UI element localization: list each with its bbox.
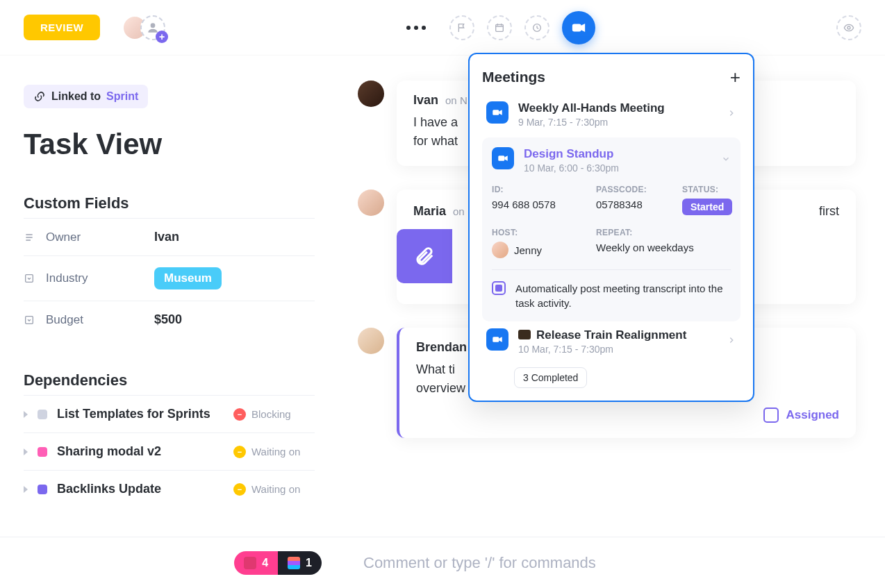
- auto-transcript-toggle[interactable]: Automatically post meeting transcript in…: [492, 269, 731, 310]
- video-icon: [486, 328, 508, 351]
- caret-right-icon: [24, 486, 28, 493]
- footer: 4 1 Comment or type '/' for commands: [0, 537, 885, 588]
- caret-right-icon: [24, 448, 28, 455]
- linked-prefix: Linked to: [51, 90, 101, 103]
- meetings-popover: Meetings + Weekly All-Hands Meeting 9 Ma…: [468, 53, 754, 402]
- checkbox-icon: [763, 408, 779, 423]
- svg-rect-8: [498, 156, 504, 161]
- custom-fields-heading: Custom Fields: [24, 194, 315, 212]
- assignee-avatar-group: +: [122, 15, 165, 40]
- minus-icon: −: [233, 483, 246, 496]
- meeting-name: Weekly All-Hands Meeting: [518, 101, 717, 115]
- comment-date: on N: [445, 94, 468, 106]
- video-icon: [486, 101, 508, 124]
- plus-icon: +: [156, 31, 168, 43]
- avatar: [358, 328, 384, 354]
- status-square-icon: [38, 410, 47, 419]
- add-assignee-button[interactable]: +: [140, 15, 165, 40]
- field-value[interactable]: Ivan: [154, 230, 179, 244]
- meeting-name: Release Train Realignment: [518, 328, 717, 342]
- completed-meetings-badge[interactable]: 3 Completed: [514, 367, 587, 388]
- meetings-heading: Meetings: [482, 69, 545, 85]
- checkbox-checked-icon: [492, 281, 506, 295]
- dependency-row[interactable]: Backlinks Update −Waiting on: [24, 470, 315, 507]
- svg-point-0: [151, 23, 156, 28]
- list-icon: [24, 232, 36, 243]
- dependency-status: Waiting on: [251, 446, 300, 457]
- host-avatar: [492, 242, 508, 258]
- meeting-host-value: Jenny: [514, 244, 542, 256]
- dropdown-icon: [24, 314, 36, 326]
- invision-icon: [244, 557, 256, 569]
- review-button[interactable]: REVIEW: [24, 15, 100, 40]
- field-label: Industry: [46, 271, 154, 285]
- comment-author: Ivan: [413, 93, 438, 108]
- field-budget: Budget $500: [24, 301, 315, 338]
- svg-rect-5: [26, 275, 33, 283]
- flag-icon[interactable]: [449, 15, 474, 40]
- field-industry: Industry Museum: [24, 255, 315, 301]
- status-square-icon: [38, 447, 47, 457]
- comment-input[interactable]: Comment or type '/' for commands: [338, 554, 885, 572]
- comment-author: Brendan: [416, 340, 467, 355]
- caret-right-icon: [24, 411, 28, 418]
- meeting-repeat-value: Weekly on weekdays: [596, 242, 732, 258]
- field-value-tag[interactable]: Museum: [154, 267, 222, 289]
- attachment-icon[interactable]: [397, 229, 452, 283]
- left-panel: Linked to Sprint Task View Custom Fields…: [0, 56, 338, 537]
- meeting-status-label: STATUS:: [682, 185, 732, 194]
- meeting-repeat-label: REPEAT:: [596, 228, 732, 237]
- meeting-item[interactable]: Release Train Realignment 10 Mar, 7:15 -…: [482, 321, 741, 362]
- svg-point-4: [847, 26, 850, 29]
- dependency-title: Backlinks Update: [57, 482, 224, 496]
- figma-icon: [288, 557, 300, 569]
- meeting-name[interactable]: Design Standup: [524, 147, 711, 161]
- dependency-row[interactable]: List Templates for Sprints −Blocking: [24, 395, 315, 432]
- video-icon: [492, 147, 514, 169]
- clock-icon[interactable]: [524, 15, 549, 40]
- meeting-id-value: 994 688 0578: [492, 199, 590, 215]
- meeting-time: 10 Mar, 7:15 - 7:30pm: [518, 344, 717, 355]
- video-meeting-button[interactable]: [562, 11, 595, 44]
- chevron-right-icon: [727, 108, 736, 121]
- meeting-item-expanded: Design Standup 10 Mar, 6:00 - 6:30pm ID:…: [482, 137, 741, 321]
- dependency-status: Blocking: [251, 408, 291, 420]
- calendar-icon[interactable]: [487, 15, 512, 40]
- dependency-title: Sharing modal v2: [57, 444, 224, 459]
- dependency-status: Waiting on: [251, 483, 300, 495]
- minus-icon: −: [233, 408, 246, 421]
- avatar: [358, 190, 384, 216]
- svg-rect-6: [26, 316, 33, 324]
- more-menu-button[interactable]: [406, 26, 426, 30]
- svg-rect-3: [573, 24, 581, 31]
- field-value[interactable]: $500: [154, 312, 182, 327]
- linked-badge[interactable]: Linked to Sprint: [24, 85, 148, 108]
- field-label: Owner: [46, 230, 154, 244]
- assigned-toggle[interactable]: Assigned: [416, 408, 839, 423]
- meeting-time: 9 Mar, 7:15 - 7:30pm: [518, 117, 717, 128]
- header-action-icons: [449, 11, 595, 44]
- linked-target: Sprint: [106, 90, 138, 103]
- minus-icon: −: [233, 446, 246, 458]
- chevron-right-icon: [727, 335, 736, 348]
- meeting-passcode-label: PASSCODE:: [596, 185, 677, 194]
- comment-author: Maria: [413, 204, 446, 219]
- avatar: [358, 81, 384, 107]
- svg-rect-9: [493, 337, 499, 342]
- dependency-row[interactable]: Sharing modal v2 −Waiting on: [24, 432, 315, 470]
- meeting-id-label: ID:: [492, 185, 590, 194]
- add-meeting-button[interactable]: +: [730, 68, 741, 86]
- chevron-down-icon[interactable]: [721, 154, 731, 167]
- figma-attachments-pill[interactable]: 1: [278, 551, 322, 575]
- auto-transcript-text: Automatically post meeting transcript in…: [515, 281, 731, 310]
- meeting-status-badge: Started: [682, 199, 732, 215]
- meeting-item[interactable]: Weekly All-Hands Meeting 9 Mar, 7:15 - 7…: [482, 94, 741, 135]
- svg-rect-7: [493, 110, 499, 115]
- page-title: Task View: [24, 128, 315, 161]
- dropdown-icon: [24, 273, 36, 284]
- meeting-time: 10 Mar, 6:00 - 6:30pm: [524, 162, 711, 174]
- invision-attachments-pill[interactable]: 4: [234, 551, 278, 575]
- dependency-title: List Templates for Sprints: [57, 407, 224, 421]
- watch-icon[interactable]: [836, 15, 861, 40]
- comment-date: on: [453, 205, 465, 217]
